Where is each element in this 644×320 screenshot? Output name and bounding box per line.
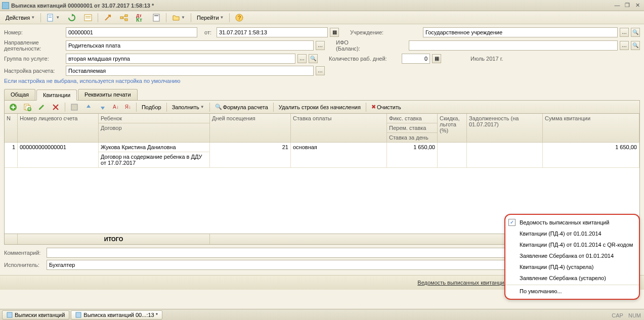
popup-item-vedomost[interactable]: ✓Ведомость выписанных квитанций bbox=[505, 217, 639, 228]
grid-header: N Номер лицевого счета Ребенок Договор Д… bbox=[5, 114, 639, 143]
col-sum[interactable]: Сумма квитанции bbox=[543, 114, 639, 143]
structure-icon bbox=[120, 14, 128, 22]
toolbar-btn-7[interactable]: ▼ bbox=[168, 12, 189, 23]
sort-desc[interactable]: Я↓ bbox=[122, 103, 134, 111]
popup-item-pd4[interactable]: Квитанции (ПД-4) от 01.01.2014 bbox=[505, 228, 639, 239]
col-days[interactable]: Дней посещения bbox=[210, 114, 291, 143]
institution-search[interactable]: 🔍 bbox=[631, 28, 640, 37]
institution-input[interactable]: Государственное учреждение bbox=[423, 27, 618, 37]
svg-rect-10 bbox=[154, 15, 158, 16]
delete-row[interactable] bbox=[49, 102, 62, 112]
col-rate[interactable]: Ставка оплаты bbox=[291, 114, 387, 143]
popup-item-pd4-old[interactable]: Квитанции (ПД-4) (устарела) bbox=[505, 261, 639, 272]
institution-label: Учреждение: bbox=[350, 29, 387, 35]
toolbar-btn-4[interactable] bbox=[100, 12, 115, 23]
number-input[interactable]: 00000001 bbox=[66, 27, 197, 37]
ifo-search[interactable]: 🔍 bbox=[631, 41, 640, 50]
toolbar-btn-1[interactable]: ▼ bbox=[43, 12, 63, 23]
sub-toolbar: + А↓ Я↓ Подбор Заполнить▼ 🔍 Формула расч… bbox=[4, 100, 640, 113]
help-icon: ? bbox=[235, 14, 243, 22]
col-discount[interactable]: Скидка, льгота (%) bbox=[438, 114, 467, 143]
setting-input[interactable]: Поставляемая bbox=[66, 66, 314, 76]
toggle-view[interactable] bbox=[68, 102, 81, 112]
period-label: Июль 2017 г. bbox=[470, 56, 503, 62]
executor-label: Исполнитель: bbox=[4, 262, 45, 268]
popup-item-sber[interactable]: Заявление Сбербанка от 01.01.2014 bbox=[505, 250, 639, 261]
setting-label: Настройка расчета: bbox=[4, 68, 64, 74]
tab-general[interactable]: Общая bbox=[4, 89, 35, 100]
calendar-button[interactable]: ▦ bbox=[330, 28, 339, 37]
ifo-input[interactable] bbox=[409, 40, 618, 51]
svg-rect-8 bbox=[125, 19, 127, 21]
popup-item-sber-old[interactable]: Заявление Сбербанка (устарело) bbox=[505, 272, 639, 284]
svg-rect-5 bbox=[85, 18, 91, 18]
cap-indicator: CAP bbox=[612, 312, 623, 318]
actions-menu[interactable]: Действия▼ bbox=[2, 13, 38, 22]
direction-input[interactable]: Родительская плата bbox=[66, 40, 314, 51]
arrow-icon bbox=[104, 14, 112, 22]
add-row[interactable] bbox=[7, 102, 20, 112]
group-input[interactable]: вторая младшая группа bbox=[66, 54, 295, 64]
col-account[interactable]: Номер лицевого счета bbox=[18, 114, 99, 143]
print-link[interactable]: Ведомость выписанных квитанций bbox=[417, 280, 507, 286]
group-search[interactable]: 🔍 bbox=[309, 54, 318, 63]
ifo-select[interactable]: … bbox=[620, 41, 629, 50]
pick-button[interactable]: Подбор bbox=[139, 103, 164, 111]
setting-hint: Если настройка не выбрана, используется … bbox=[4, 78, 640, 84]
delete-empty-button[interactable]: Удалить строки без начисления bbox=[276, 103, 363, 111]
direction-label: Направление деятельности: bbox=[4, 39, 64, 52]
workdays-calc[interactable]: ▦ bbox=[432, 54, 441, 63]
goto-menu[interactable]: Перейти▼ bbox=[193, 13, 228, 22]
maximize-button[interactable]: ❐ bbox=[623, 2, 632, 10]
date-input[interactable]: 31.07.2017 1:58:13 bbox=[217, 27, 328, 37]
workdays-input[interactable]: 0 bbox=[402, 54, 430, 64]
popup-item-default[interactable]: По умолчанию... bbox=[505, 285, 639, 297]
check-icon: ✓ bbox=[508, 219, 516, 226]
svg-rect-18 bbox=[71, 104, 77, 110]
cell-child[interactable]: Жукова Кристина Даниловна bbox=[99, 143, 209, 152]
tab-receipts[interactable]: Квитанции bbox=[36, 89, 77, 101]
doc-icon bbox=[75, 312, 81, 318]
col-fix[interactable]: Фикс. ставка Перем. ставка Ставка за ден… bbox=[387, 114, 438, 143]
institution-select[interactable]: … bbox=[620, 28, 629, 37]
help-button[interactable]: ? bbox=[232, 12, 247, 23]
copy-row[interactable]: + bbox=[21, 102, 34, 112]
app-icon bbox=[2, 2, 9, 9]
fill-button[interactable]: Заполнить▼ bbox=[169, 103, 207, 111]
move-up[interactable] bbox=[82, 102, 95, 112]
toolbar-btn-5[interactable] bbox=[116, 12, 132, 23]
close-button[interactable]: ✕ bbox=[633, 2, 642, 10]
status-bar: CAP NUM bbox=[612, 312, 641, 318]
toolbar-btn-2[interactable] bbox=[64, 12, 79, 23]
workdays-label: Количество раб. дней: bbox=[329, 56, 400, 62]
move-down[interactable] bbox=[96, 102, 109, 112]
toolbar-btn-dk[interactable]: ДтКт bbox=[133, 12, 148, 23]
sort-asc[interactable]: А↓ bbox=[110, 103, 121, 111]
svg-rect-1 bbox=[49, 16, 52, 16]
clear-button[interactable]: ✖ Очистить bbox=[369, 103, 404, 111]
total-label: ИТОГО bbox=[18, 234, 210, 244]
col-child[interactable]: Ребенок Договор bbox=[99, 114, 210, 143]
svg-rect-20 bbox=[76, 312, 81, 317]
comment-label: Комментарий: bbox=[4, 250, 45, 256]
minimize-button[interactable]: — bbox=[613, 2, 622, 10]
taskbar-item-1[interactable]: Выписки квитанций bbox=[2, 310, 69, 319]
svg-rect-2 bbox=[49, 17, 52, 18]
taskbar-item-2[interactable]: Выписка квитанций 00...:13 * bbox=[71, 310, 162, 319]
svg-rect-19 bbox=[7, 312, 12, 317]
tab-print-req[interactable]: Реквизиты печати bbox=[78, 89, 137, 100]
col-debt[interactable]: Задолженность (на 01.07.2017) bbox=[467, 114, 543, 143]
print-menu-popup: ✓Ведомость выписанных квитанций Квитанци… bbox=[504, 214, 640, 300]
toolbar-btn-3[interactable] bbox=[80, 12, 96, 23]
col-n[interactable]: N bbox=[5, 114, 18, 143]
popup-item-pd4-qr[interactable]: Квитанции (ПД-4) от 01.01.2014 с QR-кодо… bbox=[505, 239, 639, 250]
setting-select[interactable]: … bbox=[316, 66, 325, 75]
doc-icon bbox=[7, 312, 13, 318]
svg-text:+: + bbox=[28, 106, 31, 111]
direction-select[interactable]: … bbox=[316, 41, 325, 50]
edit-row[interactable] bbox=[35, 102, 48, 112]
group-select[interactable]: … bbox=[297, 54, 307, 63]
toolbar-btn-6[interactable] bbox=[149, 12, 164, 23]
formula-button[interactable]: 🔍 Формула расчета bbox=[212, 103, 271, 111]
table-row[interactable]: 1 000000000000001 Жукова Кристина Данило… bbox=[5, 143, 639, 168]
